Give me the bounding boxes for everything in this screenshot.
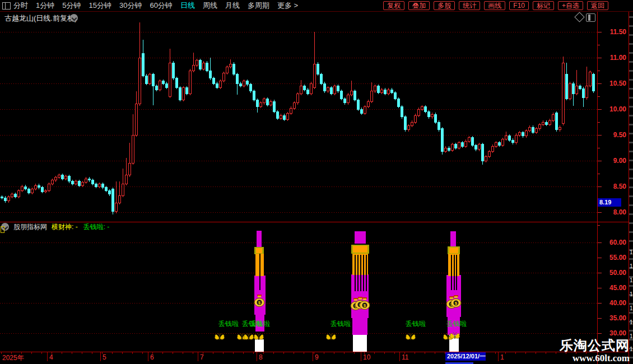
candle-down: [435, 114, 437, 122]
candle-down: [216, 83, 218, 87]
candle-down: [579, 86, 581, 89]
candle-up: [75, 181, 77, 184]
date-tick: [273, 352, 274, 354]
candle-down: [573, 83, 575, 94]
period-tab[interactable]: 多周期: [248, 0, 269, 11]
candle-up: [374, 86, 376, 91]
period-tab[interactable]: 15分钟: [89, 0, 111, 11]
candle-down: [38, 185, 40, 188]
candle-up: [203, 63, 205, 69]
indicator-box-orange: [353, 246, 367, 253]
date-tick: [384, 352, 385, 354]
toolbar-button[interactable]: 画线: [484, 1, 505, 10]
indicator-header: 股朋指标网 横财神: -丢钱啦: -: [0, 222, 597, 231]
diamond-icon[interactable]: [574, 12, 584, 22]
candle-up: [542, 122, 544, 125]
candle-down: [240, 83, 242, 86]
toolbar-button[interactable]: 标记: [533, 1, 554, 10]
layout-icon[interactable]: [2, 2, 11, 10]
date-tick: [515, 352, 516, 354]
candle-up: [58, 175, 60, 178]
candle-down: [425, 106, 427, 111]
date-tick: [283, 352, 284, 354]
candle-up: [122, 184, 124, 195]
candle-up: [351, 91, 353, 95]
period-tab[interactable]: 30分钟: [119, 0, 142, 11]
candle-up: [488, 151, 491, 156]
candle-down: [522, 132, 524, 136]
candle-up: [327, 87, 329, 91]
dollar-sign: $: [455, 301, 458, 306]
candle-up: [364, 106, 366, 113]
date-tick: [183, 352, 183, 354]
candle-up: [468, 138, 471, 141]
candle-up: [129, 164, 131, 175]
toolbar-button[interactable]: F10: [509, 1, 529, 10]
candle-down: [213, 78, 215, 83]
indicator-bar-magenta: [352, 318, 367, 335]
candle-down: [273, 101, 276, 111]
period-tab[interactable]: 5分钟: [62, 0, 81, 11]
candle-up: [525, 131, 528, 136]
period-tab[interactable]: 日线: [180, 0, 195, 11]
candle-up: [99, 184, 101, 186]
toolbar-button[interactable]: 多股: [434, 1, 455, 10]
split-pane-icon[interactable]: [586, 13, 595, 22]
month-separator: [257, 352, 257, 361]
candle-down: [317, 64, 319, 74]
clipped-yellow-mark: [1, 226, 4, 233]
candle-up: [314, 64, 316, 87]
toolbar-button[interactable]: 返回: [587, 1, 608, 10]
candle-up: [226, 67, 229, 73]
toolbar-button[interactable]: 统计: [459, 1, 480, 10]
date-axis: 2025年456789101112025/12/01/一: [0, 352, 628, 364]
period-tab[interactable]: 分时: [13, 0, 28, 11]
candle-up: [300, 86, 302, 94]
candle-up: [569, 83, 571, 99]
candle-up: [196, 60, 198, 66]
candle-down: [112, 189, 114, 212]
signal-text: 丢钱啦: [250, 320, 270, 328]
candle-down: [320, 74, 323, 83]
candle-up: [485, 157, 487, 161]
candle-down: [448, 148, 450, 151]
signal-text: 丢钱啦: [406, 320, 426, 328]
candle-down: [267, 99, 269, 105]
indicator-bar-magenta: [355, 231, 366, 244]
date-tick: [324, 352, 324, 354]
period-tab[interactable]: 周线: [203, 0, 217, 11]
chevron-down-icon[interactable]: [70, 14, 78, 22]
candle-up: [220, 81, 222, 87]
candle-down: [41, 188, 44, 192]
candle-down: [307, 90, 309, 94]
main-chart-canvas[interactable]: $$$$$$丢钱啦丢钱啦丢钱啦丢钱啦丢钱啦丢钱啦: [0, 0, 628, 364]
candle-up: [421, 106, 423, 109]
period-tab[interactable]: 月线: [225, 0, 240, 11]
toolbar-button[interactable]: 复权: [383, 1, 404, 10]
candle-up: [18, 190, 20, 197]
month-label: 11: [402, 353, 408, 361]
candle-down: [199, 60, 202, 69]
candle-up: [193, 66, 195, 71]
candle-up: [8, 197, 10, 200]
candle-down: [72, 181, 74, 184]
month-label: 6: [150, 353, 154, 361]
date-tick: [546, 352, 546, 354]
period-tab[interactable]: 60分钟: [150, 0, 172, 11]
month-separator: [313, 352, 313, 361]
clipped-digit: 1: [630, 319, 633, 325]
clipped-digit: 1: [630, 263, 633, 269]
candle-down: [566, 74, 568, 99]
period-tab[interactable]: 1分钟: [36, 0, 54, 11]
candle-down: [95, 184, 97, 186]
candle-down: [304, 86, 306, 90]
toolbar-button[interactable]: +自选: [558, 1, 583, 10]
dollar-sign: $: [364, 303, 366, 308]
toolbar-button[interactable]: 叠加: [408, 1, 430, 10]
period-tab[interactable]: 更多 >: [277, 0, 298, 11]
candle-down: [257, 100, 259, 106]
candle-up: [35, 185, 37, 189]
date-tick: [495, 352, 496, 354]
clipped-digit: 1: [630, 277, 633, 283]
month-separator: [399, 352, 400, 361]
